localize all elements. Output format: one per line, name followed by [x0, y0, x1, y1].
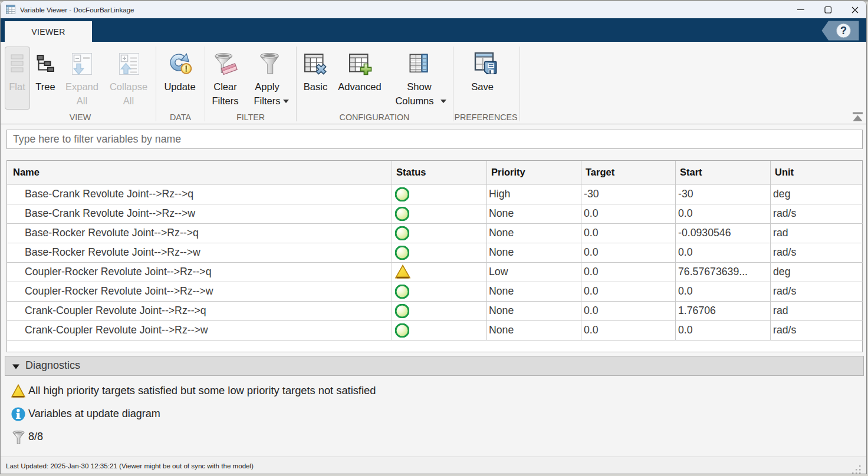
svg-text:?: ?: [840, 25, 847, 37]
